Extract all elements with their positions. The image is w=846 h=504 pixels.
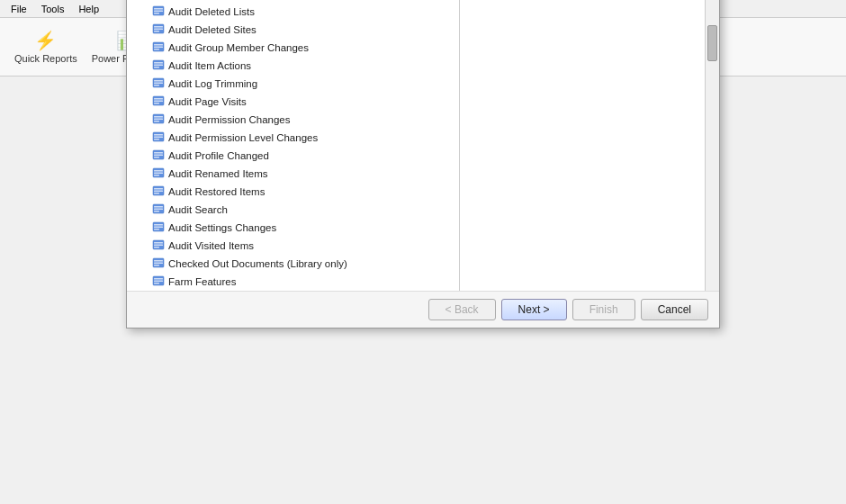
svg-rect-30 <box>154 8 163 10</box>
tree-child-icon <box>152 256 165 271</box>
svg-rect-36 <box>154 31 159 32</box>
svg-rect-44 <box>154 67 159 68</box>
tree-child-icon <box>152 130 165 145</box>
tree-child-item[interactable]: Audit Restored Items <box>127 183 459 201</box>
description-panel: Description: Displays usage related repo… <box>460 0 719 291</box>
scrollbar-thumb[interactable] <box>707 25 717 61</box>
tree-child-icon <box>152 112 165 127</box>
quick-reports-button[interactable]: ⚡ Quick Reports <box>7 26 85 68</box>
svg-rect-54 <box>154 116 163 118</box>
quick-reports-icon: ⚡ <box>34 30 57 51</box>
dialog: Quick Reports Wizard ✕ <box>126 0 720 328</box>
svg-rect-35 <box>154 29 163 31</box>
svg-rect-74 <box>154 206 163 208</box>
tree-child-item[interactable]: Audit Permission Level Changes <box>127 129 459 147</box>
tree-child-label: Audit Page Visits <box>168 96 247 107</box>
tree-child-label: Audit Visited Items <box>168 240 254 251</box>
tree-panel[interactable]: ▼ Audit and Compliance Reports <box>127 0 460 291</box>
svg-rect-68 <box>154 175 159 176</box>
tree-child-label: Farm Features <box>168 276 236 287</box>
scrollbar-track[interactable] <box>705 0 719 291</box>
svg-rect-91 <box>154 281 163 283</box>
svg-rect-43 <box>154 65 163 67</box>
svg-rect-32 <box>154 13 159 14</box>
tree-child-item[interactable]: Audit Settings Changes <box>127 219 459 237</box>
svg-rect-78 <box>154 224 163 226</box>
tree-child-item[interactable]: Audit Permission Changes <box>127 111 459 129</box>
svg-rect-59 <box>154 137 163 139</box>
tree-child-icon <box>152 58 165 73</box>
svg-rect-42 <box>154 62 163 64</box>
tree-child-item[interactable]: Audit Log Trimming <box>127 75 459 93</box>
tree-child-label: Audit Item Actions <box>168 60 251 71</box>
svg-rect-70 <box>154 188 163 190</box>
tree-child-label: Audit Deleted Sites <box>168 24 256 35</box>
svg-rect-90 <box>154 278 163 280</box>
svg-rect-66 <box>154 170 163 172</box>
svg-rect-60 <box>154 139 159 140</box>
svg-rect-86 <box>154 260 163 262</box>
tree-child-icon <box>152 238 165 253</box>
tree-child-label: Audit Profile Changed <box>168 150 269 161</box>
svg-rect-71 <box>154 191 163 193</box>
next-button[interactable]: Next > <box>501 299 567 320</box>
svg-rect-83 <box>154 245 163 247</box>
svg-rect-87 <box>154 263 163 265</box>
tree-child-item[interactable]: Audit Search <box>127 201 459 219</box>
dialog-footer: < Back Next > Finish Cancel <box>127 291 719 328</box>
svg-rect-80 <box>154 229 159 230</box>
tree-child-label: Audit Search <box>168 204 228 215</box>
tree-child-item[interactable]: Audit Page Visits <box>127 93 459 111</box>
svg-rect-38 <box>154 44 163 46</box>
tree-child-item[interactable]: Audit Renamed Items <box>127 165 459 183</box>
tree-child-icon <box>152 220 165 235</box>
svg-rect-46 <box>154 80 163 82</box>
svg-rect-51 <box>154 101 163 103</box>
cancel-button[interactable]: Cancel <box>641 299 708 320</box>
tree-child-icon <box>152 148 165 163</box>
tree-child-label: Checked Out Documents (Library only) <box>168 258 347 269</box>
tree-child-icon <box>152 4 165 19</box>
tree-child-item[interactable]: Audit Item Actions <box>127 57 459 75</box>
svg-rect-82 <box>154 242 163 244</box>
tree-child-icon <box>152 274 165 289</box>
svg-rect-56 <box>154 121 159 122</box>
svg-rect-34 <box>154 26 163 28</box>
menu-file[interactable]: File <box>4 3 34 15</box>
tree-child-icon <box>152 22 165 37</box>
tree-child-label: Audit Restored Items <box>168 186 265 197</box>
tree-child-label: Audit Log Trimming <box>168 78 257 89</box>
tree-child-item[interactable]: Audit Deleted Sites <box>127 21 459 39</box>
tree-child-label: Audit Deleted Lists <box>168 6 255 17</box>
tree-child-item[interactable]: Checked Out Documents (Library only) <box>127 255 459 273</box>
svg-rect-67 <box>154 173 163 175</box>
tree-child-item[interactable]: Audit Profile Changed <box>127 147 459 165</box>
svg-rect-72 <box>154 193 159 194</box>
finish-button[interactable]: Finish <box>572 299 635 320</box>
tree-child-item[interactable]: Farm Features <box>127 273 459 291</box>
tree-child-label: Audit Permission Level Changes <box>168 132 318 143</box>
svg-rect-76 <box>154 211 159 212</box>
tree-child-item[interactable]: Audit Deleted Lists <box>127 3 459 21</box>
menu-tools[interactable]: Tools <box>34 3 72 15</box>
svg-rect-52 <box>154 103 159 104</box>
svg-rect-58 <box>154 134 163 136</box>
tree-child-icon <box>152 94 165 109</box>
svg-rect-55 <box>154 119 163 121</box>
tree-child-label: Audit Group Member Changes <box>168 42 309 53</box>
svg-rect-63 <box>154 155 163 157</box>
quick-reports-label: Quick Reports <box>14 53 77 64</box>
svg-rect-31 <box>154 11 163 13</box>
tree-child-icon <box>152 184 165 199</box>
svg-rect-79 <box>154 227 163 229</box>
tree-child-item[interactable]: Audit Group Member Changes <box>127 39 459 57</box>
back-button[interactable]: < Back <box>428 299 496 320</box>
svg-rect-84 <box>154 247 159 248</box>
svg-rect-92 <box>154 283 159 284</box>
svg-rect-75 <box>154 209 163 211</box>
tree-child-label: Audit Renamed Items <box>168 168 268 179</box>
tree-child-item[interactable]: Audit Visited Items <box>127 237 459 255</box>
menu-help[interactable]: Help <box>71 3 106 15</box>
svg-rect-39 <box>154 47 163 49</box>
tree-child-icon <box>152 202 165 217</box>
